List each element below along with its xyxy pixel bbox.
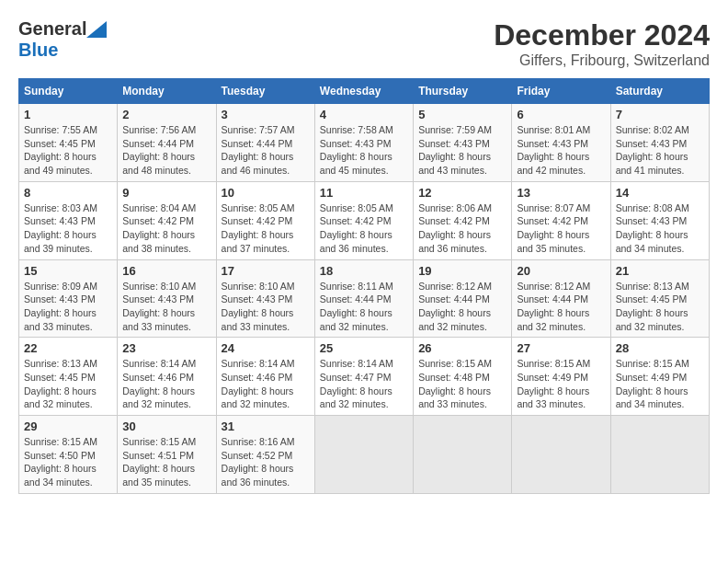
sunset-label: Sunset: 4:43 PM (24, 293, 96, 304)
daylight-minutes: and 32 minutes. (222, 398, 290, 409)
day-number: 11 (320, 186, 408, 200)
day-number: 8 (24, 186, 112, 200)
daylight-minutes: and 48 minutes. (122, 165, 191, 176)
logo-triangle-icon (86, 21, 107, 38)
daylight-label: Daylight: 8 hours (616, 151, 688, 162)
day-info: Sunrise: 8:05 AM Sunset: 4:42 PM Dayligh… (320, 201, 408, 256)
sunset-label: Sunset: 4:49 PM (517, 372, 588, 383)
sunrise-label: Sunrise: 7:56 AM (122, 124, 196, 135)
calendar-cell: 17 Sunrise: 8:10 AM Sunset: 4:43 PM Dayl… (216, 259, 314, 338)
col-sunday: Sunday (19, 79, 118, 104)
page-title: December 2024 (494, 18, 710, 52)
sunrise-label: Sunrise: 8:05 AM (222, 202, 295, 213)
day-number: 15 (24, 264, 112, 278)
daylight-label: Daylight: 8 hours (122, 229, 195, 240)
day-info: Sunrise: 8:12 AM Sunset: 4:44 PM Dayligh… (517, 280, 605, 334)
sunrise-label: Sunrise: 8:06 AM (418, 202, 492, 213)
page-subtitle: Giffers, Fribourg, Switzerland (494, 52, 710, 69)
day-info: Sunrise: 8:06 AM Sunset: 4:42 PM Dayligh… (418, 201, 506, 256)
daylight-label: Daylight: 8 hours (616, 307, 688, 318)
calendar-cell: 24 Sunrise: 8:14 AM Sunset: 4:46 PM Dayl… (216, 338, 314, 416)
day-info: Sunrise: 8:04 AM Sunset: 4:42 PM Dayligh… (122, 201, 210, 256)
calendar-cell: 8 Sunrise: 8:03 AM Sunset: 4:43 PM Dayli… (19, 181, 118, 259)
day-number: 18 (320, 264, 408, 278)
svg-marker-0 (86, 21, 107, 38)
day-info: Sunrise: 8:16 AM Sunset: 4:52 PM Dayligh… (222, 435, 310, 489)
daylight-minutes: and 37 minutes. (222, 243, 290, 254)
sunset-label: Sunset: 4:46 PM (122, 372, 194, 383)
daylight-label: Daylight: 8 hours (517, 307, 589, 318)
day-info: Sunrise: 8:02 AM Sunset: 4:43 PM Dayligh… (616, 123, 704, 178)
calendar-week-row: 15 Sunrise: 8:09 AM Sunset: 4:43 PM Dayl… (19, 259, 710, 338)
sunrise-label: Sunrise: 7:55 AM (24, 124, 97, 135)
day-info: Sunrise: 8:10 AM Sunset: 4:43 PM Dayligh… (222, 280, 310, 334)
daylight-minutes: and 32 minutes. (320, 321, 389, 332)
sunset-label: Sunset: 4:42 PM (222, 215, 293, 226)
sunset-label: Sunset: 4:42 PM (320, 215, 392, 226)
daylight-label: Daylight: 8 hours (320, 385, 392, 396)
sunrise-label: Sunrise: 8:11 AM (320, 281, 393, 292)
day-number: 21 (616, 264, 704, 278)
day-info: Sunrise: 7:55 AM Sunset: 4:45 PM Dayligh… (24, 123, 112, 178)
sunrise-label: Sunrise: 8:15 AM (24, 436, 97, 447)
day-number: 10 (222, 186, 310, 200)
sunset-label: Sunset: 4:43 PM (320, 138, 392, 149)
day-number: 17 (222, 264, 310, 278)
daylight-minutes: and 33 minutes. (418, 398, 487, 409)
daylight-label: Daylight: 8 hours (517, 229, 589, 240)
calendar-cell: 13 Sunrise: 8:07 AM Sunset: 4:42 PM Dayl… (512, 181, 610, 259)
sunrise-label: Sunrise: 8:05 AM (320, 202, 393, 213)
sunrise-label: Sunrise: 8:08 AM (616, 202, 689, 213)
day-number: 4 (320, 108, 408, 121)
calendar-cell: 7 Sunrise: 8:02 AM Sunset: 4:43 PM Dayli… (610, 104, 709, 182)
sunrise-label: Sunrise: 8:10 AM (222, 281, 295, 292)
daylight-label: Daylight: 8 hours (24, 307, 97, 318)
day-info: Sunrise: 8:13 AM Sunset: 4:45 PM Dayligh… (616, 280, 704, 334)
daylight-minutes: and 34 minutes. (616, 243, 685, 254)
day-number: 29 (24, 419, 112, 433)
sunrise-label: Sunrise: 8:09 AM (24, 281, 97, 292)
daylight-label: Daylight: 8 hours (418, 151, 491, 162)
daylight-label: Daylight: 8 hours (418, 385, 491, 396)
day-number: 23 (122, 341, 210, 355)
daylight-label: Daylight: 8 hours (222, 385, 294, 396)
daylight-label: Daylight: 8 hours (122, 385, 195, 396)
day-number: 1 (24, 108, 112, 121)
daylight-minutes: and 38 minutes. (122, 243, 191, 254)
daylight-minutes: and 42 minutes. (517, 165, 586, 176)
daylight-minutes: and 35 minutes. (122, 477, 191, 488)
calendar-cell: 16 Sunrise: 8:10 AM Sunset: 4:43 PM Dayl… (118, 259, 216, 338)
calendar-cell: 23 Sunrise: 8:14 AM Sunset: 4:46 PM Dayl… (118, 338, 216, 416)
daylight-minutes: and 33 minutes. (222, 321, 290, 332)
day-info: Sunrise: 7:58 AM Sunset: 4:43 PM Dayligh… (320, 123, 408, 178)
calendar-cell: 14 Sunrise: 8:08 AM Sunset: 4:43 PM Dayl… (610, 181, 709, 259)
daylight-label: Daylight: 8 hours (222, 307, 294, 318)
calendar-cell: 3 Sunrise: 7:57 AM Sunset: 4:44 PM Dayli… (216, 104, 314, 182)
day-info: Sunrise: 8:05 AM Sunset: 4:42 PM Dayligh… (222, 201, 310, 256)
title-block: December 2024 Giffers, Fribourg, Switzer… (494, 18, 710, 69)
daylight-label: Daylight: 8 hours (418, 307, 491, 318)
calendar-cell: 21 Sunrise: 8:13 AM Sunset: 4:45 PM Dayl… (610, 259, 709, 338)
calendar-cell: 22 Sunrise: 8:13 AM Sunset: 4:45 PM Dayl… (19, 338, 118, 416)
logo-general: General (18, 18, 86, 40)
sunset-label: Sunset: 4:45 PM (24, 372, 96, 383)
sunset-label: Sunset: 4:45 PM (24, 138, 96, 149)
sunset-label: Sunset: 4:49 PM (616, 372, 688, 383)
page-header: General Blue December 2024 Giffers, Frib… (18, 18, 710, 69)
sunset-label: Sunset: 4:43 PM (418, 138, 490, 149)
calendar-cell (512, 416, 610, 494)
daylight-label: Daylight: 8 hours (517, 151, 589, 162)
calendar-cell (414, 416, 512, 494)
sunrise-label: Sunrise: 8:13 AM (616, 281, 689, 292)
calendar-week-row: 1 Sunrise: 7:55 AM Sunset: 4:45 PM Dayli… (19, 104, 710, 182)
daylight-minutes: and 39 minutes. (24, 243, 93, 254)
logo: General Blue (18, 18, 107, 61)
sunset-label: Sunset: 4:44 PM (517, 293, 588, 304)
calendar-week-row: 22 Sunrise: 8:13 AM Sunset: 4:45 PM Dayl… (19, 338, 710, 416)
day-info: Sunrise: 7:56 AM Sunset: 4:44 PM Dayligh… (122, 123, 210, 178)
day-number: 24 (222, 341, 310, 355)
daylight-minutes: and 34 minutes. (616, 398, 685, 409)
sunrise-label: Sunrise: 8:16 AM (222, 436, 295, 447)
day-info: Sunrise: 8:15 AM Sunset: 4:49 PM Dayligh… (616, 357, 704, 411)
day-number: 26 (418, 341, 506, 355)
